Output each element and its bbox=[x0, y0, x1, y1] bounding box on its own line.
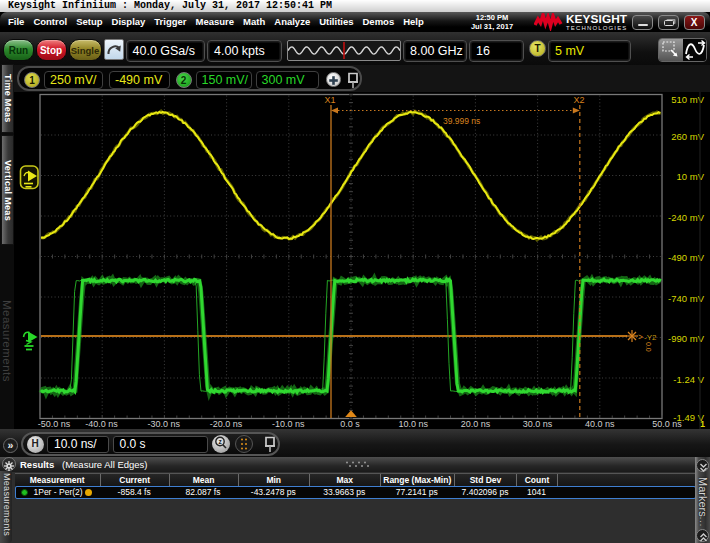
svg-text:X1: X1 bbox=[325, 95, 336, 105]
svg-text:X2: X2 bbox=[574, 95, 585, 105]
svg-text:39.999 ns: 39.999 ns bbox=[443, 116, 480, 126]
svg-text:50.0 ns: 50.0 ns bbox=[652, 419, 682, 429]
svg-text:-10.0 ns: -10.0 ns bbox=[272, 419, 305, 429]
svg-text:-50.0 ns: -50.0 ns bbox=[38, 419, 71, 429]
svg-text:-990 mV: -990 mV bbox=[668, 333, 705, 344]
svg-text:z: z bbox=[218, 438, 222, 445]
svg-text:30.0 ns: 30.0 ns bbox=[523, 419, 553, 429]
svg-text:-490 mV: -490 mV bbox=[668, 252, 705, 263]
svg-text:-40.0 ns: -40.0 ns bbox=[85, 419, 118, 429]
svg-text:-740 mV: -740 mV bbox=[668, 293, 705, 304]
svg-text:-Y2: -Y2 bbox=[644, 333, 657, 342]
svg-text:>: > bbox=[638, 332, 643, 342]
svg-text:-240 mV: -240 mV bbox=[668, 212, 705, 223]
svg-text:-30.0 ns: -30.0 ns bbox=[148, 419, 181, 429]
svg-text:40.0 ns: 40.0 ns bbox=[585, 419, 615, 429]
svg-text:-20.0 ns: -20.0 ns bbox=[210, 419, 243, 429]
svg-text:1: 1 bbox=[700, 419, 705, 429]
svg-text:0.0 s: 0.0 s bbox=[340, 419, 360, 429]
svg-text:0.0: 0.0 bbox=[645, 342, 652, 352]
svg-text:20.0 ns: 20.0 ns bbox=[461, 419, 491, 429]
svg-text:10.0 ns: 10.0 ns bbox=[398, 419, 428, 429]
